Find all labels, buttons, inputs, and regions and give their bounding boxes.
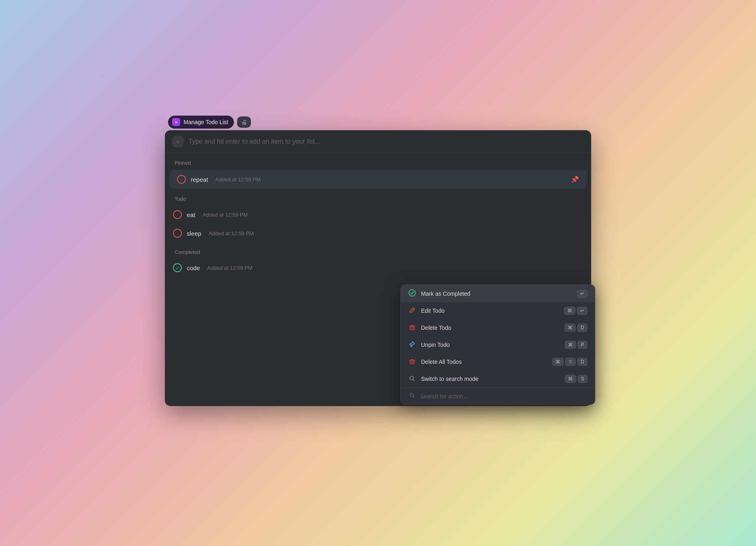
search-icon bbox=[408, 375, 416, 383]
menu-label-delete-all: Delete All Todos bbox=[421, 359, 547, 365]
menu-item-mark-completed[interactable]: Mark as Completed ↵ bbox=[401, 285, 595, 302]
trash-all-icon bbox=[408, 358, 416, 366]
todo-circle-icon bbox=[177, 175, 186, 184]
shortcut-key-s: S bbox=[578, 375, 588, 383]
print-icon: 🖨 bbox=[241, 119, 247, 125]
todo-name: sleep bbox=[187, 230, 201, 237]
pin-icon-menu bbox=[408, 341, 416, 349]
shortcut-unpin-todo: ⌘ P bbox=[565, 341, 588, 349]
shortcut-key-cmd: ⌘ bbox=[564, 307, 575, 315]
shortcut-key-d: D bbox=[577, 324, 588, 332]
pinned-item-repeat[interactable]: repeat Added at 12:59 PM 📌 bbox=[169, 170, 587, 189]
svg-point-0 bbox=[409, 290, 415, 296]
todo-circle-icon bbox=[173, 229, 182, 238]
shortcut-edit-todo: ⌘ ↵ bbox=[564, 307, 588, 315]
back-icon: ‹ bbox=[177, 139, 179, 145]
app-wrapper: ≡ Manage Todo List 🖨 ‹ Type and hit ente… bbox=[165, 116, 591, 406]
menu-label-delete-todo: Delete Todo bbox=[421, 325, 559, 331]
shortcut-key-p: P bbox=[578, 341, 588, 349]
shortcut-key-enter: ↵ bbox=[577, 307, 588, 315]
context-menu: Mark as Completed ↵ Edit Todo ⌘ ↵ bbox=[400, 284, 595, 405]
shortcut-delete-all: ⌘ ⇧ D bbox=[552, 358, 588, 366]
search-action-icon bbox=[408, 393, 416, 400]
menu-item-search-mode[interactable]: Switch to search mode ⌘ S bbox=[401, 370, 595, 387]
todo-item-sleep[interactable]: sleep Added at 12:59 PM bbox=[165, 224, 591, 243]
pinned-section-label: Pinned bbox=[165, 153, 591, 169]
svg-point-4 bbox=[410, 393, 413, 397]
trash-icon bbox=[408, 324, 416, 332]
menu-item-edit-todo[interactable]: Edit Todo ⌘ ↵ bbox=[401, 302, 595, 319]
shortcut-key-d: D bbox=[577, 358, 588, 366]
menu-search-placeholder: Search for action... bbox=[420, 393, 468, 400]
menu-label-mark-completed: Mark as Completed bbox=[421, 290, 572, 297]
menu-search-bar: Search for action... bbox=[401, 387, 595, 404]
app-name: Manage Todo List bbox=[184, 119, 228, 125]
title-pill: ≡ Manage Todo List bbox=[168, 116, 234, 129]
todo-name: code bbox=[187, 264, 200, 271]
menu-item-delete-todo[interactable]: Delete Todo ⌘ D bbox=[401, 319, 595, 336]
todo-name: repeat bbox=[191, 176, 208, 183]
menu-item-delete-all[interactable]: Delete All Todos ⌘ ⇧ D bbox=[401, 353, 595, 370]
todo-time: Added at 12:59 PM bbox=[209, 230, 254, 236]
todo-item-code[interactable]: code Added at 12:59 PM bbox=[165, 258, 591, 277]
shortcut-key-enter: ↵ bbox=[577, 290, 588, 298]
shortcut-key-cmd: ⌘ bbox=[565, 375, 576, 383]
print-button[interactable]: 🖨 bbox=[237, 116, 251, 128]
search-placeholder: Type and hit enter to add an item to you… bbox=[188, 138, 320, 145]
back-button[interactable]: ‹ bbox=[172, 136, 184, 147]
todo-name: eat bbox=[187, 211, 195, 218]
todo-section-label: Todo bbox=[165, 189, 591, 205]
todo-time: Added at 12:59 PM bbox=[203, 212, 248, 218]
check-circle-icon bbox=[408, 289, 416, 298]
pin-icon: 📌 bbox=[571, 176, 579, 183]
shortcut-key-cmd: ⌘ bbox=[564, 324, 576, 332]
menu-item-unpin-todo[interactable]: Unpin Todo ⌘ P bbox=[401, 336, 595, 353]
shortcut-key-cmd: ⌘ bbox=[552, 358, 564, 366]
shortcut-key-cmd: ⌘ bbox=[565, 341, 576, 349]
shortcut-delete-todo: ⌘ D bbox=[564, 324, 588, 332]
shortcut-key-shift: ⇧ bbox=[565, 358, 576, 366]
todo-item-eat[interactable]: eat Added at 12:59 PM bbox=[165, 205, 591, 224]
pencil-icon bbox=[408, 307, 416, 315]
todo-time: Added at 12:59 PM bbox=[207, 265, 253, 271]
app-icon-glyph: ≡ bbox=[175, 120, 177, 125]
title-bar: ≡ Manage Todo List 🖨 bbox=[165, 116, 591, 129]
completed-section-label: Completed bbox=[165, 243, 591, 258]
shortcut-mark-completed: ↵ bbox=[577, 290, 588, 298]
main-panel: ‹ Type and hit enter to add an item to y… bbox=[165, 130, 591, 406]
search-bar: ‹ Type and hit enter to add an item to y… bbox=[165, 130, 591, 153]
svg-rect-1 bbox=[410, 326, 414, 330]
todo-circle-icon bbox=[173, 210, 182, 219]
shortcut-search-mode: ⌘ S bbox=[565, 375, 588, 383]
menu-label-search-mode: Switch to search mode bbox=[421, 376, 560, 382]
svg-rect-2 bbox=[410, 360, 414, 364]
app-icon: ≡ bbox=[172, 118, 180, 126]
menu-label-edit-todo: Edit Todo bbox=[421, 307, 559, 314]
todo-time: Added at 12:59 PM bbox=[216, 176, 261, 183]
todo-circle-icon-completed bbox=[173, 263, 182, 272]
menu-label-unpin-todo: Unpin Todo bbox=[421, 342, 560, 348]
